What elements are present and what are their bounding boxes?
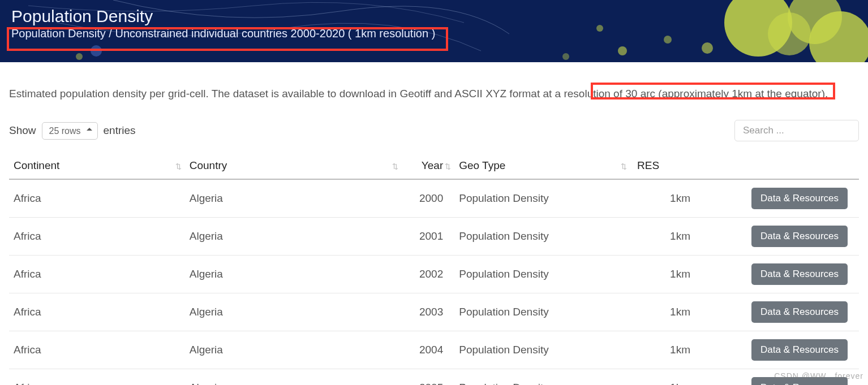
table-row: AfricaAlgeria2001Population Density1kmDa… bbox=[9, 218, 859, 256]
th-country[interactable]: Country⇅ bbox=[185, 154, 402, 179]
data-table: Continent⇅ Country⇅ Year⇅ Geo Type⇅ RES … bbox=[9, 154, 859, 385]
cell-geo: Population Density bbox=[454, 331, 630, 369]
cell-continent: Africa bbox=[9, 331, 185, 369]
hero-banner: Population Density Population Density / … bbox=[0, 0, 868, 62]
cell-country: Algeria bbox=[185, 331, 402, 369]
svg-point-10 bbox=[91, 45, 102, 57]
cell-continent: Africa bbox=[9, 179, 185, 218]
table-row: AfricaAlgeria2004Population Density1kmDa… bbox=[9, 331, 859, 369]
th-action bbox=[730, 154, 859, 179]
cell-res: 1km bbox=[630, 218, 730, 256]
data-resources-button[interactable]: Data & Resources bbox=[751, 339, 848, 361]
cell-res: 1km bbox=[630, 369, 730, 385]
cell-country: Algeria bbox=[185, 218, 402, 256]
svg-point-5 bbox=[618, 46, 627, 55]
rows-select[interactable]: 25 rows bbox=[42, 122, 98, 140]
data-resources-button[interactable]: Data & Resources bbox=[751, 377, 848, 385]
cell-continent: Africa bbox=[9, 218, 185, 256]
table-row: AfricaAlgeria2005Population Density1kmDa… bbox=[9, 369, 859, 385]
cell-year: 2003 bbox=[402, 293, 454, 331]
svg-point-8 bbox=[702, 42, 713, 54]
cell-year: 2005 bbox=[402, 369, 454, 385]
page-title: Population Density bbox=[11, 7, 857, 26]
breadcrumb: Population Density / Unconstrained indiv… bbox=[11, 27, 857, 40]
cell-geo: Population Density bbox=[454, 293, 630, 331]
search-input[interactable] bbox=[734, 120, 859, 141]
cell-year: 2004 bbox=[402, 331, 454, 369]
data-resources-button[interactable]: Data & Resources bbox=[751, 188, 848, 209]
svg-point-11 bbox=[76, 53, 83, 60]
cell-country: Algeria bbox=[185, 179, 402, 218]
sort-icon: ⇅ bbox=[445, 162, 450, 171]
cell-res: 1km bbox=[630, 293, 730, 331]
th-res: RES bbox=[630, 154, 730, 179]
table-row: AfricaAlgeria2003Population Density1kmDa… bbox=[9, 293, 859, 331]
entries-label: entries bbox=[104, 124, 136, 137]
sort-icon: ⇅ bbox=[392, 162, 397, 171]
data-resources-button[interactable]: Data & Resources bbox=[751, 226, 848, 247]
cell-res: 1km bbox=[630, 179, 730, 218]
table-row: AfricaAlgeria2002Population Density1kmDa… bbox=[9, 256, 859, 293]
cell-continent: Africa bbox=[9, 369, 185, 385]
cell-geo: Population Density bbox=[454, 179, 630, 218]
svg-point-9 bbox=[562, 53, 569, 60]
page-description: Estimated population density per grid-ce… bbox=[9, 85, 858, 103]
sort-icon: ⇅ bbox=[175, 162, 181, 171]
cell-res: 1km bbox=[630, 331, 730, 369]
th-continent[interactable]: Continent⇅ bbox=[9, 154, 185, 179]
data-resources-button[interactable]: Data & Resources bbox=[751, 263, 848, 285]
cell-country: Algeria bbox=[185, 369, 402, 385]
cell-year: 2001 bbox=[402, 218, 454, 256]
cell-country: Algeria bbox=[185, 293, 402, 331]
cell-geo: Population Density bbox=[454, 218, 630, 256]
cell-continent: Africa bbox=[9, 293, 185, 331]
cell-year: 2002 bbox=[402, 256, 454, 293]
show-label: Show bbox=[9, 124, 36, 137]
cell-country: Algeria bbox=[185, 256, 402, 293]
sort-icon: ⇅ bbox=[621, 162, 626, 171]
cell-res: 1km bbox=[630, 256, 730, 293]
cell-continent: Africa bbox=[9, 256, 185, 293]
cell-geo: Population Density bbox=[454, 256, 630, 293]
cell-geo: Population Density bbox=[454, 369, 630, 385]
cell-year: 2000 bbox=[402, 179, 454, 218]
table-row: AfricaAlgeria2000Population Density1kmDa… bbox=[9, 179, 859, 218]
th-geo[interactable]: Geo Type⇅ bbox=[454, 154, 630, 179]
th-year[interactable]: Year⇅ bbox=[402, 154, 454, 179]
data-resources-button[interactable]: Data & Resources bbox=[751, 301, 848, 323]
